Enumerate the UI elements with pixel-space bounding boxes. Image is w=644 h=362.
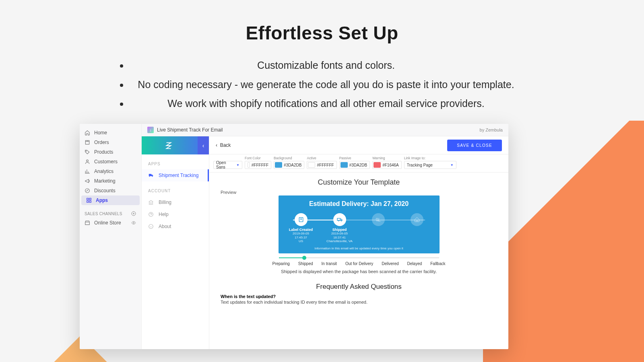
discount-icon xyxy=(85,188,90,193)
store-icon xyxy=(85,220,90,226)
section-title: Customize Your Template xyxy=(217,178,501,187)
app-author: by Zembula xyxy=(480,128,503,132)
save-close-button[interactable]: SAVE & CLOSE xyxy=(447,140,502,151)
config-label: Warning xyxy=(372,156,402,160)
help-icon xyxy=(148,212,154,217)
state-label: In transit xyxy=(322,261,337,266)
state-label: Preparing xyxy=(272,261,290,266)
sidebar-item-label: Analytics xyxy=(94,169,114,174)
inner-item-label: Shipment Tracking xyxy=(159,173,198,178)
faq-question: When is the text updated? xyxy=(221,294,501,299)
inner-sidebar: ‹ APPS Shipment Tracking ACCOUNT Billing… xyxy=(142,136,209,349)
group-label-apps: APPS xyxy=(142,154,209,169)
svg-rect-5 xyxy=(87,201,89,202)
inner-item-label: Billing xyxy=(159,200,171,205)
sidebar-item-products[interactable]: Products xyxy=(80,147,141,157)
group-label-account: ACCOUNT xyxy=(142,181,209,196)
brand-strip: ‹ xyxy=(142,136,209,154)
tracker-preview: Estimated Delivery: Jan 27, 2020 Label C… xyxy=(279,195,440,253)
svg-rect-4 xyxy=(89,198,91,200)
step-label-created: Label Created 2019-09-05 17:45:37 US xyxy=(287,213,316,243)
chevron-down-icon: ▼ xyxy=(236,163,239,167)
app-screenshot: Home Orders Products Customers Analytics… xyxy=(80,124,508,349)
editor-canvas: ‹ Back SAVE & CLOSE Open Sans▼ Font Colo… xyxy=(209,136,508,349)
preview-label: Preview xyxy=(221,190,501,195)
active-color-input[interactable]: #FFFFFF xyxy=(307,161,336,169)
slider-knob[interactable] xyxy=(302,256,306,260)
tracker-footer: Information in this email will be update… xyxy=(287,247,431,250)
state-slider[interactable]: Preparing Shipped In transit Out for Del… xyxy=(272,257,446,266)
apps-icon xyxy=(86,197,92,203)
faq-title: Frequently Asked Questions xyxy=(217,283,501,291)
back-button[interactable]: ‹ Back xyxy=(216,142,231,148)
sidebar-item-home[interactable]: Home xyxy=(80,128,141,138)
zembula-logo-icon xyxy=(164,141,173,150)
state-label: Fallback xyxy=(430,261,445,266)
warning-color-input[interactable]: #F1646A xyxy=(372,161,402,169)
sidebar-item-orders[interactable]: Orders xyxy=(80,138,141,147)
sidebar-item-label: Products xyxy=(94,149,113,155)
orders-icon xyxy=(85,140,90,145)
inner-item-label: About xyxy=(159,224,171,229)
house-icon xyxy=(411,213,423,226)
collapse-sidebar-button[interactable]: ‹ xyxy=(198,136,209,154)
info-icon xyxy=(148,224,154,229)
bullet: We work with shopify notifications and a… xyxy=(129,94,523,113)
config-row: Open Sans▼ Font Color #FFFFFF Background… xyxy=(209,154,508,173)
passive-color-input[interactable]: #3DA2DB xyxy=(339,161,370,169)
sidebar-item-analytics[interactable]: Analytics xyxy=(80,167,141,176)
config-label: Font Color xyxy=(245,156,271,160)
plus-icon[interactable] xyxy=(131,211,136,216)
sidebar-item-apps[interactable]: Apps xyxy=(81,195,140,205)
faq-answer: Text updates for each individual trackin… xyxy=(221,300,501,304)
hero-bullets: Customizable fonts and colors. No coding… xyxy=(121,56,523,113)
inner-item-help[interactable]: Help xyxy=(142,208,209,220)
link-target-select[interactable]: Tracking Page▼ xyxy=(404,161,456,169)
config-label: Passive xyxy=(339,156,370,160)
truck-icon xyxy=(333,213,346,226)
sidebar-item-label: Apps xyxy=(96,197,108,203)
svg-point-9 xyxy=(149,212,153,217)
inner-item-about[interactable]: About xyxy=(142,220,209,232)
state-description: Shipped is displayed when the package ha… xyxy=(217,269,501,274)
megaphone-icon xyxy=(85,178,90,184)
sidebar-item-online-store[interactable]: Online Store xyxy=(80,218,141,228)
chevron-down-icon: ▼ xyxy=(450,163,454,167)
sales-channels-label: SALES CHANNELS xyxy=(80,205,141,218)
bullet: No coding necessary - we generate the co… xyxy=(129,75,523,95)
svg-point-0 xyxy=(86,151,87,151)
label-icon xyxy=(295,213,308,226)
bank-icon xyxy=(148,200,154,205)
font-family-select[interactable]: Open Sans▼ xyxy=(213,161,242,169)
sidebar-item-marketing[interactable]: Marketing xyxy=(80,176,141,186)
step-transit xyxy=(364,213,393,243)
analytics-icon xyxy=(85,169,90,174)
shopify-sidebar: Home Orders Products Customers Analytics… xyxy=(80,124,142,349)
eye-icon[interactable] xyxy=(131,220,136,226)
inner-item-shipment-tracking[interactable]: Shipment Tracking xyxy=(142,169,209,181)
svg-rect-3 xyxy=(87,198,89,200)
forklift-icon xyxy=(372,213,385,226)
home-icon xyxy=(85,130,90,136)
tag-icon xyxy=(85,149,90,155)
step-delivered xyxy=(402,213,431,243)
background-color-input[interactable]: #3DA2DB xyxy=(274,161,304,169)
truck-icon xyxy=(148,173,154,178)
sidebar-item-customers[interactable]: Customers xyxy=(80,157,141,167)
font-color-input[interactable]: #FFFFFF xyxy=(245,161,271,169)
app-name: Live Shipment Track For Email xyxy=(157,127,223,133)
inner-item-billing[interactable]: Billing xyxy=(142,196,209,208)
sidebar-item-label: Marketing xyxy=(94,178,116,184)
bullet: Customizable fonts and colors. xyxy=(129,56,523,75)
state-label: Delayed xyxy=(407,261,422,266)
sidebar-item-label: Orders xyxy=(94,140,109,145)
app-topbar: Live Shipment Track For Email by Zembula xyxy=(142,124,508,136)
user-icon xyxy=(85,159,90,165)
sidebar-item-discounts[interactable]: Discounts xyxy=(80,186,141,195)
config-label: Active xyxy=(307,156,336,160)
sidebar-item-label: Discounts xyxy=(94,188,116,193)
sidebar-item-label: Home xyxy=(94,130,107,136)
sidebar-item-label: Online Store xyxy=(94,220,121,226)
step-shipped: Shipped 2019-09-05 18:37:41 Charlottesvi… xyxy=(325,213,354,243)
config-label: Background xyxy=(274,156,304,160)
